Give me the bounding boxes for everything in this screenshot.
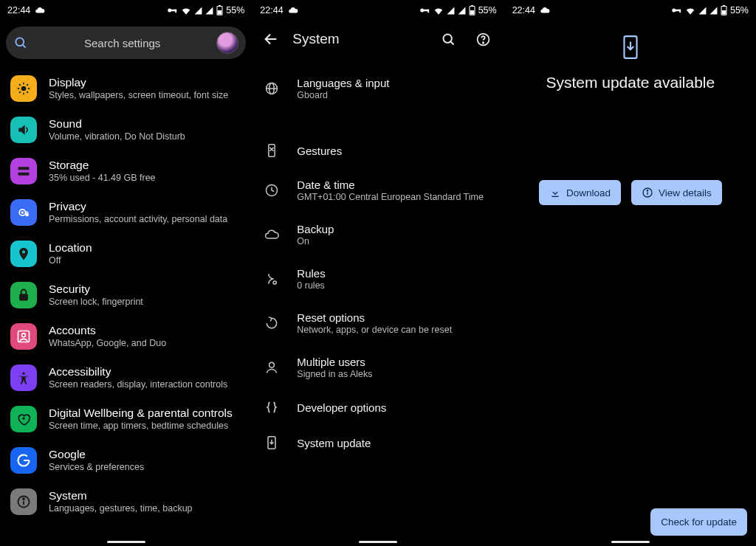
category-title: Storage bbox=[49, 159, 156, 172]
system-item-multiple-users[interactable]: Multiple usersSigned in as Aleks bbox=[252, 345, 504, 390]
category-sound[interactable]: SoundVolume, vibration, Do Not Disturb bbox=[0, 109, 252, 151]
category-title: Location bbox=[49, 241, 92, 255]
system-item-backup[interactable]: BackupOn bbox=[252, 212, 504, 257]
system-item-languages-input[interactable]: Languages & inputGboard bbox=[252, 66, 504, 133]
system-item-gestures[interactable]: Gestures bbox=[252, 133, 504, 168]
system-update-panel: 22:44 55% System update available Downlo… bbox=[504, 0, 756, 546]
system-item-subtitle: On bbox=[297, 236, 334, 246]
svg-point-0 bbox=[168, 9, 172, 13]
category-subtitle: Volume, vibration, Do Not Disturb bbox=[49, 131, 185, 143]
back-button[interactable] bbox=[263, 31, 279, 47]
category-accessibility[interactable]: AccessibilityScreen readers, display, in… bbox=[0, 357, 252, 398]
category-google[interactable]: GoogleServices & preferences bbox=[0, 440, 252, 481]
svg-rect-56 bbox=[679, 10, 681, 13]
help-icon[interactable] bbox=[475, 32, 491, 47]
svg-line-40 bbox=[450, 41, 453, 44]
wifi-icon bbox=[433, 6, 444, 15]
system-item-system-update[interactable]: System update bbox=[252, 425, 504, 460]
category-security[interactable]: SecurityScreen lock, fingerprint bbox=[0, 274, 252, 316]
svg-rect-23 bbox=[19, 294, 28, 300]
system-item-title: Rules bbox=[297, 267, 325, 280]
system-item-subtitle: 0 rules bbox=[297, 280, 325, 291]
category-storage[interactable]: Storage35% used - 41.49 GB free bbox=[0, 151, 252, 192]
status-bar: 22:44 55% bbox=[0, 0, 252, 21]
category-privacy[interactable]: PrivacyPermissions, account activity, pe… bbox=[0, 192, 252, 233]
svg-rect-62 bbox=[551, 196, 558, 197]
wifi-icon bbox=[685, 6, 695, 15]
category-subtitle: Screen time, app timers, bedtime schedul… bbox=[49, 421, 233, 432]
download-button[interactable]: Download bbox=[539, 180, 621, 205]
status-time: 22:44 bbox=[512, 5, 535, 15]
settings-category-list: DisplayStyles, wallpapers, screen timeou… bbox=[0, 62, 252, 522]
update-title: System update available bbox=[505, 74, 756, 91]
signal-icon bbox=[205, 7, 213, 15]
signal-icon bbox=[709, 7, 718, 15]
system-item-subtitle: Signed in as Aleks bbox=[297, 369, 372, 379]
status-right-icons: 55% bbox=[167, 5, 244, 15]
category-subtitle: Screen readers, display, interaction con… bbox=[49, 379, 227, 391]
system-header: System bbox=[252, 21, 504, 53]
category-title: Google bbox=[49, 448, 144, 461]
svg-point-27 bbox=[22, 418, 24, 420]
system-item-subtitle: GMT+01:00 Central European Standard Time bbox=[297, 192, 484, 202]
svg-rect-21 bbox=[26, 213, 29, 216]
svg-rect-5 bbox=[218, 10, 222, 15]
svg-rect-37 bbox=[470, 10, 474, 15]
view-details-button[interactable]: View details bbox=[631, 180, 722, 205]
category-title: Accessibility bbox=[49, 365, 227, 379]
svg-rect-34 bbox=[427, 10, 429, 13]
system-item-title: Languages & input bbox=[297, 77, 389, 89]
search-icon[interactable] bbox=[441, 32, 456, 47]
storage-icon bbox=[10, 158, 37, 184]
svg-rect-2 bbox=[176, 10, 177, 13]
update-content: System update available Download View de… bbox=[505, 21, 756, 205]
avatar[interactable] bbox=[216, 32, 238, 54]
system-settings-panel: 22:44 55% System Languages & inputGboard… bbox=[252, 0, 504, 546]
category-location[interactable]: LocationOff bbox=[0, 233, 252, 274]
system-item-developer-options[interactable]: Developer options bbox=[252, 390, 504, 425]
system-item-rules[interactable]: Rules0 rules bbox=[252, 257, 504, 301]
category-display[interactable]: DisplayStyles, wallpapers, screen timeou… bbox=[0, 68, 252, 109]
svg-point-65 bbox=[647, 190, 647, 191]
category-subtitle: Languages, gestures, time, backup bbox=[49, 503, 193, 515]
category-title: Sound bbox=[49, 117, 185, 131]
system-item-title: Developer options bbox=[297, 401, 386, 414]
category-digital-wellbeing-parental-controls[interactable]: Digital Wellbeing & parental controlsScr… bbox=[0, 398, 252, 440]
status-battery: 55% bbox=[226, 5, 244, 15]
check-for-update-button[interactable]: Check for update bbox=[650, 508, 747, 536]
svg-point-50 bbox=[273, 281, 276, 284]
status-bar: 22:44 55% bbox=[505, 0, 756, 21]
signal-icon bbox=[458, 7, 466, 15]
svg-line-7 bbox=[23, 45, 26, 48]
signal-icon bbox=[447, 7, 455, 15]
search-placeholder: Search settings bbox=[35, 37, 209, 49]
cloud-icon bbox=[288, 5, 298, 15]
search-settings-box[interactable]: Search settings bbox=[6, 27, 246, 59]
category-system[interactable]: SystemLanguages, gestures, time, backup bbox=[0, 481, 252, 522]
system-item-title: Backup bbox=[297, 223, 334, 235]
search-icon bbox=[13, 35, 28, 50]
system-item-date-time[interactable]: Date & timeGMT+01:00 Central European St… bbox=[252, 168, 504, 212]
svg-point-25 bbox=[22, 334, 26, 337]
info-icon bbox=[10, 488, 37, 515]
status-time: 22:44 bbox=[7, 5, 30, 15]
category-title: Display bbox=[49, 76, 228, 89]
svg-rect-4 bbox=[219, 5, 221, 6]
person-icon bbox=[263, 360, 281, 375]
status-battery: 55% bbox=[478, 5, 497, 15]
svg-point-42 bbox=[482, 42, 483, 43]
category-subtitle: WhatsApp, Google, and Duo bbox=[49, 338, 166, 350]
svg-rect-36 bbox=[471, 5, 473, 6]
brightness-icon bbox=[10, 75, 37, 102]
svg-rect-17 bbox=[18, 167, 30, 170]
system-item-subtitle: Gboard bbox=[297, 90, 389, 100]
category-title: Digital Wellbeing & parental controls bbox=[49, 407, 233, 420]
cloud-icon bbox=[35, 5, 45, 15]
system-title: System bbox=[292, 31, 427, 47]
category-accounts[interactable]: AccountsWhatsApp, Google, and Duo bbox=[0, 316, 252, 357]
system-item-subtitle: Network, apps, or device can be reset bbox=[297, 325, 452, 335]
system-item-reset-options[interactable]: Reset optionsNetwork, apps, or device ca… bbox=[252, 301, 504, 345]
svg-line-13 bbox=[19, 84, 21, 86]
battery-icon bbox=[469, 5, 475, 15]
svg-line-16 bbox=[27, 84, 28, 86]
